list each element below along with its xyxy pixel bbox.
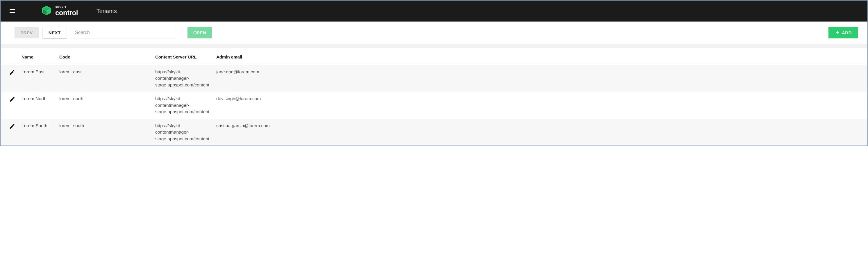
header-edit xyxy=(3,54,22,54)
cell-email: cristina.garcia@lorem.com xyxy=(216,122,865,129)
edit-button[interactable] xyxy=(3,122,22,129)
header-url: Content Server URL xyxy=(155,54,216,60)
cell-code: lorem_north xyxy=(59,95,155,102)
cell-url: https://skykit-contentmanager-stage.apps… xyxy=(155,95,216,115)
cell-url: https://skykit-contentmanager-stage.apps… xyxy=(155,69,216,88)
cell-code: lorem_east xyxy=(59,69,155,75)
logo-text: SKYKIT control xyxy=(55,6,78,16)
plus-icon xyxy=(835,30,840,35)
table-divider xyxy=(1,44,867,48)
app-header: SKYKIT control Tenants xyxy=(1,1,867,22)
next-button[interactable]: NEXT xyxy=(43,27,67,38)
header-email: Admin email xyxy=(216,54,865,60)
search-input[interactable] xyxy=(71,27,175,38)
open-button[interactable]: OPEN xyxy=(187,27,212,38)
cell-name: Lorem South xyxy=(22,122,59,129)
table-row: Lorem North lorem_north https://skykit-c… xyxy=(1,92,867,118)
pencil-icon xyxy=(9,96,16,102)
table-row: Lorem East lorem_east https://skykit-con… xyxy=(1,65,867,92)
search-wrap xyxy=(71,27,175,38)
prev-button: PREV xyxy=(14,27,39,38)
logo[interactable]: SKYKIT control xyxy=(41,5,78,18)
hamburger-icon xyxy=(9,7,16,14)
edit-button[interactable] xyxy=(3,69,22,76)
cell-code: lorem_south xyxy=(59,122,155,129)
cell-name: Lorem North xyxy=(22,95,59,102)
header-name: Name xyxy=(22,54,59,60)
cell-email: dev.singh@lorem.com xyxy=(216,95,865,102)
logo-icon xyxy=(41,5,52,18)
page-title: Tenants xyxy=(96,8,117,14)
add-button-label: ADD xyxy=(842,30,852,35)
cell-email: jane.doe@lorem.com xyxy=(216,69,865,75)
cell-url: https://skykit-contentmanager-stage.apps… xyxy=(155,122,216,142)
pencil-icon xyxy=(9,123,16,129)
brand-large: control xyxy=(55,9,78,16)
header-code: Code xyxy=(59,54,155,60)
tenants-table: Name Code Content Server URL Admin email… xyxy=(1,48,867,146)
toolbar: PREV NEXT OPEN ADD xyxy=(1,22,867,44)
brand-small: SKYKIT xyxy=(55,6,78,9)
pencil-icon xyxy=(9,69,16,76)
menu-button[interactable] xyxy=(5,4,19,18)
table-header: Name Code Content Server URL Admin email xyxy=(1,48,867,65)
table-row: Lorem South lorem_south https://skykit-c… xyxy=(1,119,867,146)
edit-button[interactable] xyxy=(3,95,22,102)
add-button[interactable]: ADD xyxy=(829,27,858,38)
cell-name: Lorem East xyxy=(22,69,59,75)
